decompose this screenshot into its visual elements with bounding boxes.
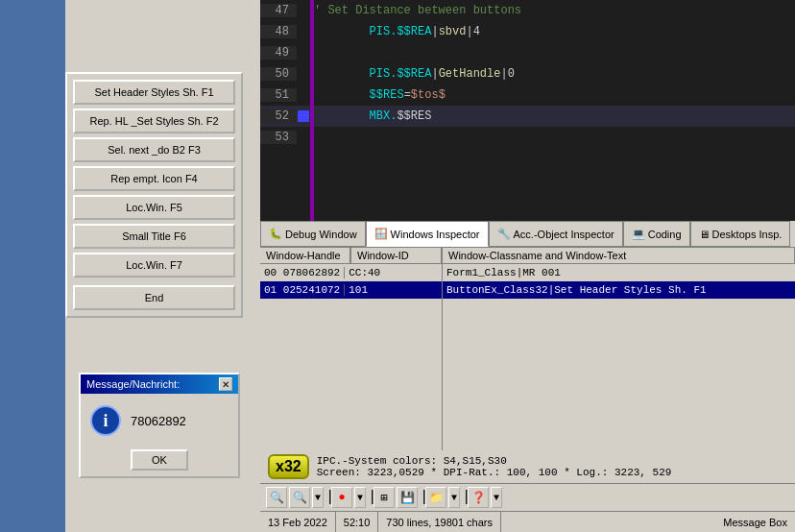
toolbar-save-btn[interactable]: 💾 bbox=[397, 487, 418, 508]
btn-sel-next[interactable]: Sel. next _do B2 F3 bbox=[73, 137, 235, 162]
col-header-id: Window-ID bbox=[350, 248, 442, 263]
inspector-right-row-1[interactable]: ButtonEx_Class32|Set Header Styles Sh. F… bbox=[443, 281, 795, 299]
line-marker bbox=[297, 110, 310, 122]
row1-classname-text: ButtonEx_Class32 bbox=[446, 284, 548, 296]
info-row: x32 IPC.-System colors: S4,S15,S30 Scree… bbox=[260, 450, 795, 483]
tab-coding[interactable]: 💻 Coding bbox=[623, 221, 690, 247]
status-time: 52:10 bbox=[336, 512, 379, 532]
coding-icon: 💻 bbox=[632, 228, 645, 240]
row1-text: Set Header Styles Sh. F1 bbox=[554, 284, 706, 296]
status-date: 13 Feb 2022 bbox=[260, 512, 336, 532]
tab-bar: 🐛 Debug Window 🪟 Windows Inspector 🔧 Acc… bbox=[260, 221, 795, 248]
line-number: 50 bbox=[260, 67, 297, 81]
tab-debug-window[interactable]: 🐛 Debug Window bbox=[260, 221, 366, 247]
tab-desktops[interactable]: 🖥 Desktops Insp. bbox=[690, 221, 791, 247]
row0-classname: Form1_Class|MR 001 bbox=[443, 267, 565, 278]
btn-loc-win-f7[interactable]: Loc.Win. F7 bbox=[73, 253, 235, 278]
tab-windows-inspector[interactable]: 🪟 Windows Inspector bbox=[366, 221, 489, 247]
row0-id: CC:40 bbox=[344, 267, 384, 278]
dialog-value: 78062892 bbox=[131, 414, 186, 428]
row1-classname: ButtonEx_Class32|Set Header Styles Sh. F… bbox=[443, 284, 711, 296]
row1-id: 101 bbox=[344, 284, 372, 296]
tab-coding-label: Coding bbox=[648, 229, 682, 240]
dialog-titlebar: Message/Nachricht: ✕ bbox=[81, 375, 238, 394]
tab-acc-object-inspector[interactable]: 🔧 Acc.-Object Inspector bbox=[489, 221, 623, 247]
acc-object-icon: 🔧 bbox=[497, 228, 511, 240]
dialog-body: i 78062892 bbox=[81, 394, 238, 444]
col-header-handle: Window-Handle bbox=[260, 248, 350, 263]
row0-text: MR 001 bbox=[522, 267, 561, 278]
dialog-ok-button[interactable]: OK bbox=[131, 449, 188, 471]
toolbar-sep1: | bbox=[325, 489, 329, 506]
info-icon: i bbox=[90, 405, 121, 436]
dialog-close-button[interactable]: ✕ bbox=[219, 377, 232, 391]
col-header-classname: Window-Classname and Window-Text bbox=[443, 248, 795, 263]
inspector-left-panel: 00 078062892 CC:40 01 025241072 101 bbox=[260, 264, 443, 450]
purple-marker-bar bbox=[310, 0, 314, 221]
toolbar-sep3: | bbox=[420, 489, 423, 506]
toolbar-help-dropdown[interactable]: ▼ bbox=[491, 487, 502, 508]
status-bar: 13 Feb 2022 52:10 730 lines, 19801 chars… bbox=[260, 511, 795, 532]
main-panel: 47 ' Set Distance between buttons 48 PIS… bbox=[260, 0, 795, 532]
toolbar-search2-btn[interactable]: 🔍 bbox=[289, 487, 310, 508]
line-number: 47 bbox=[260, 4, 297, 17]
toolbar-search-dropdown[interactable]: ▼ bbox=[312, 487, 324, 508]
line-number: 53 bbox=[260, 131, 297, 144]
inspector-row-0[interactable]: 00 078062892 CC:40 bbox=[260, 264, 442, 281]
toolbar-sep2: | bbox=[368, 489, 372, 506]
toolbar-red-dropdown[interactable]: ▼ bbox=[354, 487, 366, 508]
desktops-icon: 🖥 bbox=[699, 229, 710, 240]
status-stats: 730 lines, 19801 chars bbox=[378, 512, 501, 532]
code-editor[interactable]: 47 ' Set Distance between buttons 48 PIS… bbox=[260, 0, 795, 221]
row0-classname-text: Form1_Class bbox=[446, 267, 517, 278]
left-sidebar bbox=[0, 0, 65, 532]
inspector-right-row-0[interactable]: Form1_Class|MR 001 bbox=[443, 264, 795, 281]
tab-debug-label: Debug Window bbox=[285, 229, 357, 240]
code-line-48: 48 PIS.$$REA|sbvd|4 bbox=[260, 21, 795, 42]
btn-loc-win-f5[interactable]: Loc.Win. F5 bbox=[73, 195, 235, 220]
toolbar-search-btn[interactable]: 🔍 bbox=[266, 487, 287, 508]
x32-badge: x32 bbox=[268, 454, 309, 479]
windows-inspector-icon: 🪟 bbox=[374, 228, 388, 240]
tab-desktops-label: Desktops Insp. bbox=[712, 229, 783, 240]
info-line-1: IPC.-System colors: S4,S15,S30 bbox=[317, 455, 672, 467]
line-content: MBX.$$RES bbox=[310, 96, 795, 136]
toolbar-folder-btn[interactable]: 📁 bbox=[425, 487, 446, 508]
tab-acc-label: Acc.-Object Inspector bbox=[514, 229, 614, 240]
tab-windows-label: Windows Inspector bbox=[391, 229, 480, 240]
line-number: 49 bbox=[260, 46, 297, 60]
line-number: 51 bbox=[260, 88, 297, 102]
button-panel: Set Header Styles Sh. F1 Rep. HL _Set St… bbox=[65, 72, 243, 318]
btn-rep-hl[interactable]: Rep. HL _Set Styles Sh. F2 bbox=[73, 109, 235, 133]
btn-rep-empt[interactable]: Rep empt. Icon F4 bbox=[73, 166, 235, 191]
debug-window-icon: 🐛 bbox=[269, 228, 282, 240]
inspector-subheader: Window-Handle Window-ID Window-Classname… bbox=[260, 248, 795, 264]
toolbar-grid-btn[interactable]: ⊞ bbox=[373, 487, 395, 508]
dialog-title-text: Message/Nachricht: bbox=[86, 378, 180, 390]
dialog-footer: OK bbox=[81, 444, 238, 476]
toolbar-help-btn[interactable]: ❓ bbox=[468, 487, 489, 508]
status-right: Message Box bbox=[501, 512, 795, 532]
inspector-table: 00 078062892 CC:40 01 025241072 101 Form… bbox=[260, 264, 795, 450]
line-content: PIS.$$REA|sbvd|4 bbox=[310, 12, 795, 52]
line-number: 48 bbox=[260, 25, 297, 38]
message-dialog: Message/Nachricht: ✕ i 78062892 OK bbox=[79, 373, 240, 478]
btn-end[interactable]: End bbox=[73, 285, 235, 310]
row1-handle: 01 025241072 bbox=[260, 284, 344, 296]
row0-handle: 00 078062892 bbox=[260, 267, 344, 278]
btn-small-title[interactable]: Small Title F6 bbox=[73, 224, 235, 249]
toolbar-sep4: | bbox=[462, 489, 466, 506]
line-number: 52 bbox=[260, 109, 297, 123]
toolbar-folder-dropdown[interactable]: ▼ bbox=[448, 487, 460, 508]
btn-set-header[interactable]: Set Header Styles Sh. F1 bbox=[73, 80, 235, 105]
info-line-2: Screen: 3223,0529 * DPI-Rat.: 100, 100 *… bbox=[317, 467, 672, 478]
breakpoint-marker bbox=[298, 110, 309, 122]
toolbar-red-btn[interactable]: ● bbox=[331, 487, 352, 508]
inspector-row-1[interactable]: 01 025241072 101 bbox=[260, 281, 442, 299]
inspector-right-panel: Form1_Class|MR 001 ButtonEx_Class32|Set … bbox=[443, 264, 795, 450]
info-text: IPC.-System colors: S4,S15,S30 Screen: 3… bbox=[317, 455, 672, 478]
toolbar: 🔍 🔍 ▼ | ● ▼ | ⊞ 💾 | 📁 ▼ | ❓ ▼ bbox=[260, 483, 795, 511]
code-line-52: 52 MBX.$$RES bbox=[260, 106, 795, 127]
